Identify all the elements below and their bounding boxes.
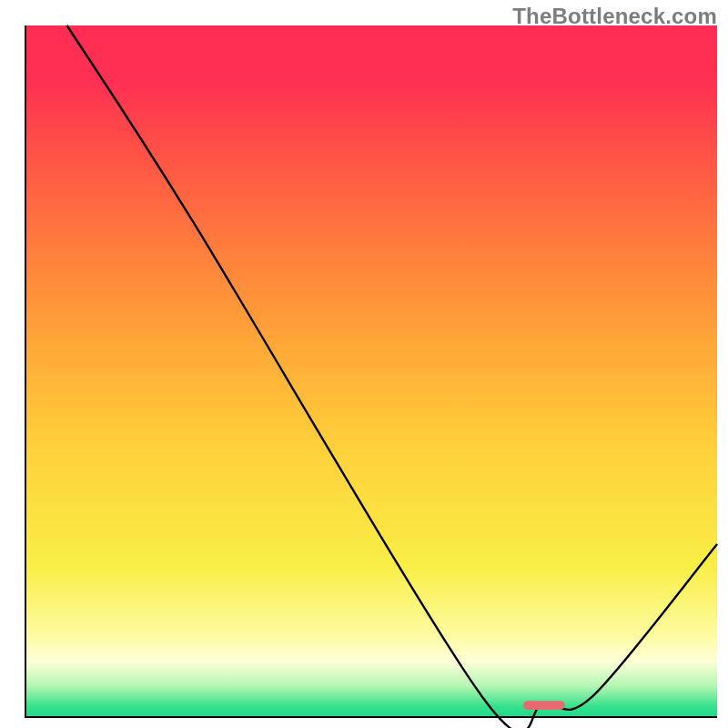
optimum-marker (523, 701, 565, 710)
chart-container: TheBottleneck.com (0, 0, 728, 728)
watermark-text: TheBottleneck.com (512, 4, 717, 29)
plot-background (25, 25, 717, 717)
chart-svg (0, 0, 728, 728)
